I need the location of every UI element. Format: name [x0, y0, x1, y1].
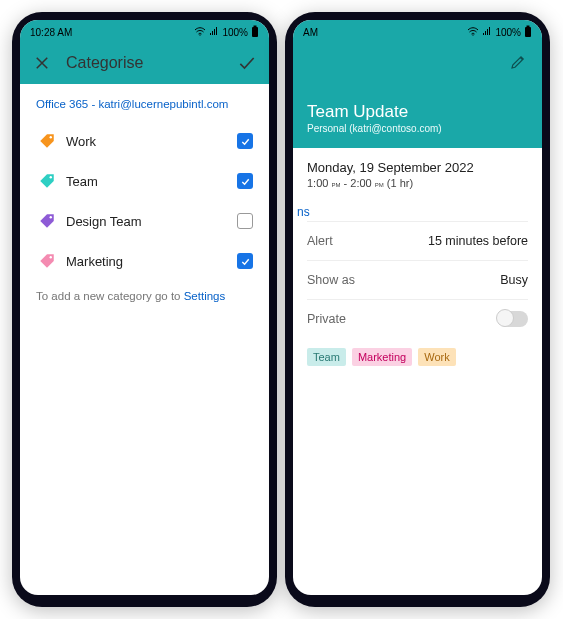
svg-point-6	[50, 256, 52, 258]
showas-value: Busy	[500, 273, 528, 287]
svg-point-5	[50, 216, 52, 218]
confirm-icon[interactable]	[237, 53, 257, 73]
wifi-icon	[467, 26, 479, 38]
tag-icon	[36, 132, 58, 150]
category-chips: TeamMarketingWork	[307, 348, 528, 366]
svg-rect-1	[252, 27, 258, 37]
edit-icon[interactable]	[508, 52, 528, 72]
date-block: Monday, 19 September 2022 1:00 pm - 2:00…	[307, 160, 528, 197]
svg-rect-9	[527, 26, 530, 28]
category-checkbox[interactable]	[237, 213, 253, 229]
alert-value: 15 minutes before	[428, 234, 528, 248]
category-checkbox[interactable]	[237, 253, 253, 269]
private-label: Private	[307, 312, 346, 326]
event-subtitle: Personal (katri@contoso.com)	[307, 123, 528, 134]
battery-icon	[251, 25, 259, 39]
category-label: Marketing	[66, 254, 237, 269]
battery-icon	[524, 25, 532, 39]
svg-rect-2	[254, 26, 257, 28]
status-bar: 10:28 AM 100%	[20, 20, 269, 42]
truncated-link[interactable]: ns	[297, 205, 528, 219]
battery-text: 100%	[222, 27, 248, 38]
category-label: Design Team	[66, 214, 237, 229]
category-chip[interactable]: Marketing	[352, 348, 412, 366]
alert-row[interactable]: Alert 15 minutes before	[307, 221, 528, 260]
category-checkbox[interactable]	[237, 133, 253, 149]
category-label: Work	[66, 134, 237, 149]
category-row[interactable]: Design Team	[36, 204, 253, 238]
status-right: 100%	[467, 25, 532, 39]
phone-frame-right: AM 100% Team Update Perso	[285, 12, 550, 607]
private-toggle[interactable]	[498, 311, 528, 327]
close-icon[interactable]	[32, 53, 52, 73]
showas-label: Show as	[307, 273, 355, 287]
status-right: 100%	[194, 25, 259, 39]
event-header: Team Update Personal (katri@contoso.com)	[293, 42, 542, 148]
event-details: Monday, 19 September 2022 1:00 pm - 2:00…	[293, 148, 542, 378]
signal-icon	[209, 26, 219, 38]
svg-rect-8	[525, 27, 531, 37]
battery-text: 100%	[495, 27, 521, 38]
tag-icon	[36, 172, 58, 190]
svg-point-3	[50, 136, 52, 138]
category-row[interactable]: Team	[36, 164, 253, 198]
category-chip[interactable]: Team	[307, 348, 346, 366]
account-line: Office 365 - katri@lucernepubintl.com	[36, 98, 253, 110]
categorise-content: Office 365 - katri@lucernepubintl.com Wo…	[20, 84, 269, 316]
category-row[interactable]: Marketing	[36, 244, 253, 278]
event-date: Monday, 19 September 2022	[307, 160, 528, 175]
status-bar: AM 100%	[293, 20, 542, 42]
wifi-icon	[194, 26, 206, 38]
hint-prefix: To add a new category go to	[36, 290, 184, 302]
tag-icon	[36, 252, 58, 270]
event-title: Team Update	[307, 102, 528, 122]
tag-icon	[36, 212, 58, 230]
category-checkbox[interactable]	[237, 173, 253, 189]
alert-label: Alert	[307, 234, 333, 248]
screen-right: AM 100% Team Update Perso	[293, 20, 542, 595]
svg-point-4	[50, 176, 52, 178]
hint-text: To add a new category go to Settings	[36, 290, 253, 302]
svg-point-7	[473, 34, 474, 35]
phone-frame-left: 10:28 AM 100% Categorise	[12, 12, 277, 607]
showas-row[interactable]: Show as Busy	[307, 260, 528, 299]
category-chip[interactable]: Work	[418, 348, 455, 366]
app-bar: Categorise	[20, 42, 269, 84]
page-title: Categorise	[66, 54, 223, 72]
screen-left: 10:28 AM 100% Categorise	[20, 20, 269, 595]
private-row: Private	[307, 299, 528, 338]
svg-point-0	[200, 34, 201, 35]
category-row[interactable]: Work	[36, 124, 253, 158]
event-time: 1:00 pm - 2:00 pm (1 hr)	[307, 177, 528, 189]
status-time: 10:28 AM	[30, 27, 72, 38]
signal-icon	[482, 26, 492, 38]
settings-link[interactable]: Settings	[184, 290, 226, 302]
category-label: Team	[66, 174, 237, 189]
status-time: AM	[303, 27, 318, 38]
